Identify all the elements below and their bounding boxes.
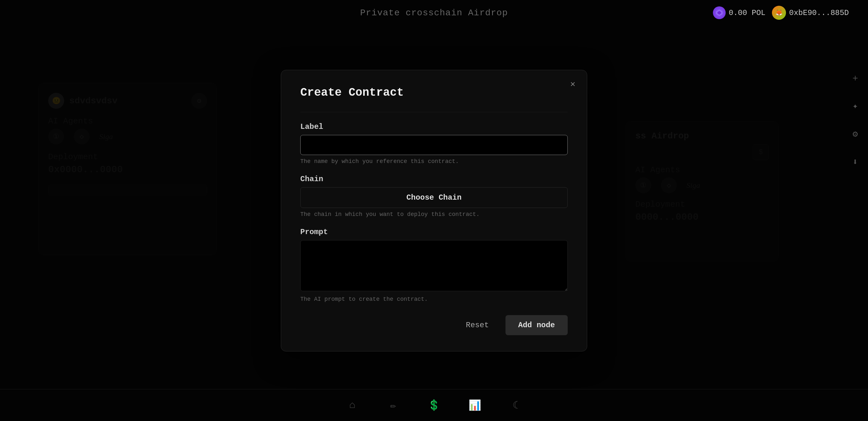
create-contract-modal: × Create Contract Label The name by whic…: [281, 70, 587, 352]
modal-backdrop: × Create Contract Label The name by whic…: [0, 0, 868, 421]
add-node-button[interactable]: Add node: [505, 315, 568, 335]
prompt-textarea[interactable]: [300, 240, 568, 291]
reset-button[interactable]: Reset: [457, 316, 498, 334]
prompt-form-group: Prompt The AI prompt to create the contr…: [300, 228, 568, 302]
label-hint: The name by which you reference this con…: [300, 158, 568, 165]
chain-form-group: Chain Choose Chain The chain in which yo…: [300, 175, 568, 218]
modal-close-button[interactable]: ×: [566, 78, 579, 91]
label-field-label: Label: [300, 123, 568, 131]
prompt-field-label: Prompt: [300, 228, 568, 236]
modal-divider: [300, 112, 568, 112]
modal-title: Create Contract: [300, 86, 568, 99]
modal-footer: Reset Add node: [300, 315, 568, 335]
label-form-group: Label The name by which you reference th…: [300, 123, 568, 165]
choose-chain-button[interactable]: Choose Chain: [300, 187, 568, 208]
chain-field-label: Chain: [300, 175, 568, 184]
label-input[interactable]: [300, 135, 568, 155]
chain-hint: The chain in which you want to deploy th…: [300, 211, 568, 218]
prompt-hint: The AI prompt to create the contract.: [300, 296, 568, 302]
